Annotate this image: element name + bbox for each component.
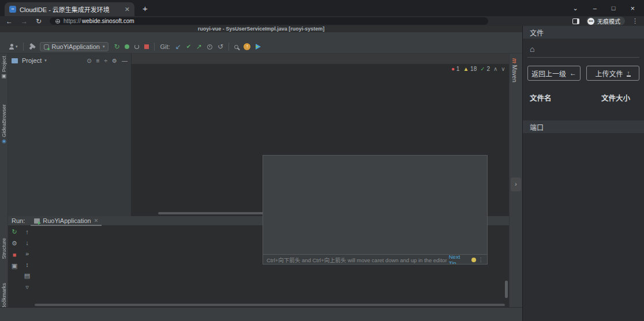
build-hammer-icon[interactable] [29, 44, 34, 49]
stripe-bookmarks[interactable]: Bookmarks [1, 283, 7, 309]
scroll-end-icon[interactable]: » [25, 250, 29, 257]
stripe-more-icon[interactable]: » [1, 299, 3, 304]
tool-window-bar [0, 307, 522, 321]
maximize-icon[interactable]: □ [612, 5, 616, 12]
locate-icon[interactable]: ⊙ [87, 58, 91, 64]
scroll-up-icon[interactable]: ↑ [25, 228, 29, 235]
stop-icon[interactable] [144, 44, 149, 49]
run-tab[interactable]: RuoYiApplication ✕ [31, 216, 102, 226]
browser-tab[interactable]: ‹› CloudIDE - 云原生集成开发环境 ✕ [5, 2, 134, 16]
collapse-all-icon[interactable]: ÷ [104, 58, 108, 64]
url-host: webide.sinosoft.com [82, 18, 134, 24]
window-controls: ⌄ – □ × [572, 4, 635, 13]
run-settings-icon[interactable]: ⚙ [12, 240, 17, 247]
run-tab-icon [34, 218, 40, 224]
profiler-icon[interactable] [134, 44, 139, 49]
files-col-name: 文件名 [530, 92, 552, 103]
forward-icon[interactable]: → [21, 18, 28, 25]
project-panel-title[interactable]: Project [22, 57, 42, 64]
home-icon[interactable]: ⌂ [530, 44, 644, 54]
url-scheme: https:// [63, 18, 81, 24]
completion-list [263, 156, 487, 254]
next-tip-link[interactable]: Next Tip [449, 254, 469, 265]
minimize-icon[interactable]: – [593, 5, 597, 12]
upload-file-button[interactable]: 上传文件 ↑ [586, 66, 639, 81]
chevron-down-icon[interactable]: ⌄ [572, 5, 578, 12]
incognito-icon: oo [587, 18, 594, 25]
files-col-size: 文件大小 [601, 92, 637, 103]
update-available-icon[interactable]: ↑ [244, 43, 250, 50]
files-panel-title: 文件 [523, 26, 644, 39]
console-vscrollbar[interactable] [505, 281, 508, 298]
stripe-maven[interactable]: m Maven [511, 58, 518, 82]
ports-title: 端口 [523, 120, 644, 133]
stripe-structure[interactable]: Structure [1, 238, 7, 259]
new-tab-button[interactable]: + [143, 3, 148, 13]
settings-icon[interactable]: ⚙ [112, 58, 117, 64]
run-config-selector[interactable]: RuoYiApplication ▾ [40, 42, 109, 51]
history-icon[interactable] [207, 44, 212, 50]
stripe-project[interactable]: ▣ Project [1, 56, 7, 80]
browser-tab-title: CloudIDE - 云原生集成开发环境 [20, 5, 110, 14]
thread-dump-icon[interactable]: ▣ [12, 262, 17, 270]
project-panel-header: Project ▾ ⊙ ≡ ÷ ⚙ — [8, 54, 131, 67]
back-icon[interactable]: ← [6, 18, 13, 25]
hint-menu-icon[interactable]: ⋮ [478, 256, 484, 263]
expand-stripe-icon[interactable]: › [511, 178, 521, 191]
completion-hint-bar: Ctrl+向下箭头 and Ctrl+向上箭头 will move caret … [263, 254, 487, 265]
user-icon[interactable] [9, 47, 14, 50]
hint-text: Ctrl+向下箭头 and Ctrl+向上箭头 will move caret … [267, 256, 447, 264]
run-tab-close-icon[interactable]: ✕ [94, 218, 99, 224]
back-parent-button[interactable]: 返回上一级 ← [527, 66, 581, 81]
soft-wrap-icon[interactable]: ↕ [25, 261, 29, 268]
editor-tab-bar [132, 54, 509, 65]
git-commit-icon[interactable]: ✔ [186, 44, 191, 50]
completion-popup: Ctrl+向下箭头 and Ctrl+向上箭头 will move caret … [263, 155, 488, 265]
run-config-label: RuoYiApplication [52, 43, 100, 50]
run-toolbar: ↻ ⚙ ■ ▣ ↑ ↓ » ↕ ▤ ▿ [8, 226, 33, 307]
scroll-down-icon[interactable]: ↓ [25, 239, 29, 246]
breadcrumb-bar: ▾ RuoYiApplication ▾ ↻ Git: ↙ ✔ ↗ ↺ [0, 40, 522, 54]
right-tool-stripe: m Maven › [509, 54, 522, 307]
inspections-widget[interactable]: ● 1 ▲ 18 ✓ 2 ∧∨ [451, 66, 506, 72]
close-icon[interactable]: × [630, 4, 635, 13]
left-tool-stripe: ▣ Project ◉ GideaBrowser Structure Bookm… [0, 54, 8, 307]
browser-toolbar: ← → ↻ https://webide.sinosoft.com oo 无痕模… [0, 16, 644, 26]
expand-all-icon[interactable]: ≡ [96, 58, 100, 64]
stop-app-icon[interactable]: ■ [13, 251, 17, 258]
print-icon[interactable]: ▤ [24, 272, 30, 280]
search-everywhere-icon[interactable] [256, 44, 261, 50]
project-icon [12, 58, 18, 63]
run-label: Run: [12, 217, 25, 224]
rollback-icon[interactable]: ↺ [218, 43, 223, 50]
favicon-icon: ‹› [9, 6, 16, 13]
ide-title: ruoyi-vue - SysUserServiceImpl.java [ruo… [0, 26, 522, 32]
side-panel-icon[interactable] [572, 18, 579, 24]
stripe-gideabrowser[interactable]: ◉ GideaBrowser [1, 104, 7, 145]
files-table: 文件名 文件大小 [527, 90, 639, 108]
screen: ‹› CloudIDE - 云原生集成开发环境 ✕ + ⌄ – □ × ← → … [0, 0, 644, 321]
browser-tab-strip: ‹› CloudIDE - 云原生集成开发环境 ✕ + ⌄ – □ × [0, 0, 644, 16]
clear-console-icon[interactable]: ▿ [25, 284, 29, 291]
reload-icon[interactable]: ↻ [36, 18, 42, 25]
spring-boot-icon [44, 44, 49, 50]
git-update-icon[interactable]: ↙ [175, 43, 181, 50]
ide-menubar [0, 32, 522, 40]
browser-menu-icon[interactable]: ⋮ [632, 17, 638, 25]
run-tab-label: RuoYiApplication [43, 217, 91, 224]
git-push-icon[interactable]: ↗ [196, 43, 202, 50]
debug-icon[interactable] [125, 44, 129, 49]
search-icon[interactable] [234, 45, 238, 49]
editor-error-stripe[interactable] [504, 65, 509, 216]
bulb-icon [471, 258, 476, 262]
site-info-icon[interactable] [55, 19, 60, 24]
incognito-label: 无痕模式 [597, 17, 620, 25]
rerun-app-icon[interactable]: ↻ [12, 228, 17, 236]
rerun-icon[interactable]: ↻ [114, 43, 119, 50]
incognito-badge: oo 无痕模式 [586, 17, 625, 25]
address-bar[interactable]: https://webide.sinosoft.com [50, 17, 488, 25]
hide-panel-icon[interactable]: — [122, 58, 128, 64]
tab-close-icon[interactable]: ✕ [125, 6, 130, 13]
main-toolbar: ▾ RuoYiApplication ▾ ↻ Git: ↙ ✔ ↗ ↺ [9, 42, 261, 51]
console-hscrollbar[interactable] [35, 304, 505, 306]
